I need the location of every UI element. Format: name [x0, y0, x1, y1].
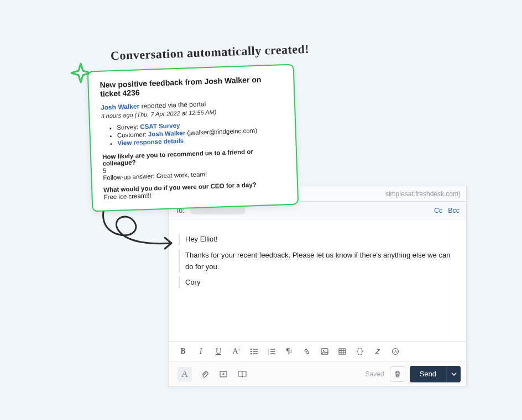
from-address: simplesat.freshdesk.com) — [385, 190, 461, 198]
saved-label: Saved — [366, 370, 384, 378]
paragraph-button[interactable]: ¶‡ — [285, 347, 294, 356]
kb-button[interactable] — [236, 368, 248, 380]
callout-text: Conversation automatically created! — [111, 42, 310, 64]
underline-button[interactable]: U — [214, 347, 223, 356]
svg-point-13 — [323, 350, 324, 351]
feedback-title: New positive feedback from Josh Walker o… — [100, 74, 283, 98]
strike-button[interactable] — [373, 347, 382, 356]
reporter-link[interactable]: Josh Walker — [101, 102, 140, 111]
svg-text:3: 3 — [268, 353, 269, 355]
svg-rect-3 — [253, 351, 258, 351]
link-button[interactable] — [302, 347, 311, 356]
svg-rect-14 — [339, 349, 346, 354]
svg-rect-7 — [270, 349, 275, 349]
feedback-details-list: Survey: CSAT Survey Customer: Josh Walke… — [101, 118, 284, 146]
compose-bottombar: A Saved Send — [169, 361, 466, 386]
svg-rect-9 — [270, 351, 275, 351]
view-details-link[interactable]: View response details — [117, 138, 184, 146]
body-signature: Cory — [179, 277, 456, 288]
feedback-card: New positive feedback from Josh Walker o… — [87, 64, 299, 212]
svg-rect-11 — [270, 353, 275, 354]
clear-format-button[interactable]: A — [391, 347, 400, 356]
svg-rect-5 — [253, 353, 258, 354]
bold-button[interactable]: B — [179, 347, 187, 356]
compose-panel: simplesat.freshdesk.com) To: Cc Bcc Hey … — [168, 186, 467, 387]
svg-point-4 — [250, 353, 252, 354]
bullet-list-button[interactable] — [249, 347, 258, 356]
send-button[interactable]: Send — [410, 366, 446, 382]
code-button[interactable]: {} — [356, 347, 364, 356]
customer-link[interactable]: Josh Walker — [148, 129, 186, 137]
numbered-list-button[interactable]: 123 — [267, 347, 276, 356]
font-button[interactable]: Aⁱ — [232, 347, 241, 356]
image-button[interactable] — [320, 347, 329, 356]
svg-text:A: A — [394, 349, 397, 354]
send-group: Send — [410, 366, 461, 382]
svg-point-2 — [250, 350, 252, 352]
body-message: Thanks for your recent feedback. Please … — [179, 250, 456, 273]
canned-button[interactable] — [217, 368, 229, 380]
send-dropdown[interactable] — [446, 366, 461, 382]
svg-point-0 — [250, 348, 252, 350]
text-color-button[interactable]: A — [178, 367, 192, 381]
bcc-button[interactable]: Bcc — [448, 207, 460, 214]
format-toolbar: B I U Aⁱ 123 ¶‡ {} A — [169, 341, 466, 361]
body-greeting: Hey Elliot! — [179, 234, 456, 245]
italic-button[interactable]: I — [196, 347, 205, 356]
survey-link[interactable]: CSAT Survey — [140, 122, 180, 130]
attachment-button[interactable] — [199, 368, 211, 380]
cc-button[interactable]: Cc — [434, 207, 442, 214]
svg-rect-1 — [253, 349, 258, 349]
compose-body[interactable]: Hey Elliot! Thanks for your recent feedb… — [169, 219, 466, 341]
discard-button[interactable] — [390, 366, 405, 382]
table-button[interactable] — [338, 347, 347, 356]
